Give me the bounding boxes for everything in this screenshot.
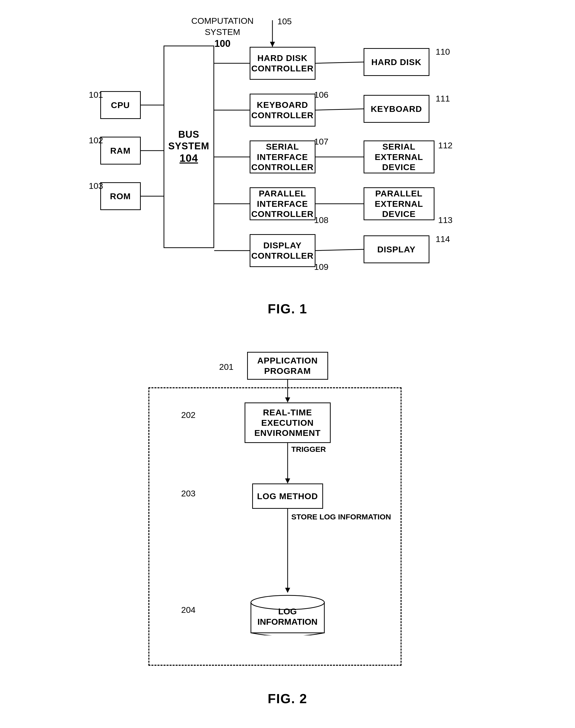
kbc-label: KEYBOARD CONTROLLER [251,100,313,120]
ram-label: RAM [110,145,130,156]
fig1-container: COMPUTATION SYSTEM 100 105 CPU 101 RAM 1… [9,10,566,316]
rom-label: ROM [110,191,131,202]
kbc-ref: 106 [314,90,329,100]
lm-box: LOG METHOD [252,483,323,509]
sic-label: SERIAL INTERFACE CONTROLLER [250,141,315,172]
rtee-box: REAL-TIME EXECUTION ENVIRONMENT [245,403,331,443]
kb-label: KEYBOARD [371,104,422,114]
hd-ref: 110 [436,47,450,57]
disp-label: DISPLAY [377,244,415,255]
ped-box: PARALLEL EXTERNAL DEVICE [364,187,435,220]
rom-box: ROM [100,182,141,210]
cpu-ref: 101 [89,90,103,100]
svg-line-8 [315,62,364,63]
kbc-box: KEYBOARD CONTROLLER [250,94,315,127]
li-label: LOG INFORMATION [250,606,326,627]
dc-label: DISPLAY CONTROLLER [251,240,313,261]
dc-ref: 109 [314,262,329,272]
rtee-ref: 202 [181,410,196,420]
pic-label: PARALLEL INTERFACE CONTROLLER [250,188,315,219]
pic-ref: 108 [314,215,329,225]
fig2-container: 201 APPLICATION PROGRAM 202 REAL-TIME EX… [9,337,566,706]
bus-box: BUS SYSTEM 104 [164,45,214,248]
svg-line-12 [315,249,364,251]
bus-ref: 104 [168,152,209,165]
svg-line-9 [315,109,364,110]
kb-ref: 111 [436,94,450,104]
li-ref: 204 [181,605,196,615]
ped-label: PARALLEL EXTERNAL DEVICE [364,188,434,219]
dc-box: DISPLAY CONTROLLER [250,234,315,267]
sed-label: SERIAL EXTERNAL DEVICE [364,141,434,172]
bus-label: BUS SYSTEM [168,129,209,152]
ap-ref: 201 [219,362,234,372]
ap-label: APPLICATION PROGRAM [257,355,318,376]
fig2-title: FIG. 2 [268,691,307,706]
cylinder: LOG INFORMATION [250,595,326,635]
lm-ref: 203 [181,489,196,498]
bus-arrow-ref: 105 [277,16,292,26]
hd-label: HARD DISK [371,57,421,67]
sed-ref: 112 [438,140,453,150]
page: COMPUTATION SYSTEM 100 105 CPU 101 RAM 1… [9,10,566,721]
system-label: COMPUTATION SYSTEM 100 [192,15,254,50]
store-label: STORE LOG INFORMATION [292,513,391,521]
svg-marker-14 [270,42,275,47]
lm-label: LOG METHOD [257,491,318,501]
pic-box: PARALLEL INTERFACE CONTROLLER [250,187,315,220]
disp-box: DISPLAY [364,235,430,263]
sic-box: SERIAL INTERFACE CONTROLLER [250,140,315,173]
cpu-label: CPU [111,100,130,110]
diagram2: 201 APPLICATION PROGRAM 202 REAL-TIME EX… [123,342,452,684]
ram-box: RAM [100,137,141,165]
ped-ref: 113 [438,215,453,225]
ram-ref: 102 [89,135,103,145]
hdc-label: HARD DISK CONTROLLER [251,53,313,74]
hd-box: HARD DISK [364,48,430,76]
sic-ref: 107 [314,137,329,146]
rom-ref: 103 [89,181,103,191]
rtee-label: REAL-TIME EXECUTION ENVIRONMENT [254,407,320,438]
kb-box: KEYBOARD [364,95,430,123]
ap-box: APPLICATION PROGRAM [247,352,328,380]
trigger-label: TRIGGER [292,445,326,454]
hdc-box: HARD DISK CONTROLLER [250,47,315,80]
disp-ref: 114 [436,234,450,244]
sed-box: SERIAL EXTERNAL DEVICE [364,140,435,173]
diagram1: COMPUTATION SYSTEM 100 105 CPU 101 RAM 1… [85,15,490,293]
cpu-box: CPU [100,91,141,119]
fig1-title: FIG. 1 [268,301,307,316]
